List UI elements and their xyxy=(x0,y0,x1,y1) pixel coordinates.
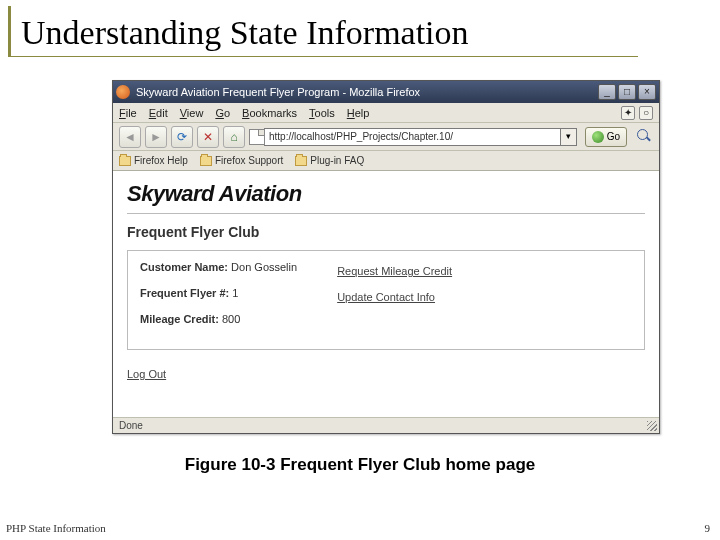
close-button[interactable]: × xyxy=(638,84,656,100)
throbber-icon: ○ xyxy=(639,106,653,120)
reload-button[interactable]: ⟳ xyxy=(171,126,193,148)
go-label: Go xyxy=(607,131,620,142)
titlebar: Skyward Aviation Frequent Flyer Program … xyxy=(113,81,659,103)
menu-go[interactable]: Go xyxy=(215,107,230,119)
stop-button[interactable]: ✕ xyxy=(197,126,219,148)
folder-icon xyxy=(295,156,307,166)
page-icon xyxy=(249,129,265,145)
figure-caption: Figure 10-3 Frequent Flyer Club home pag… xyxy=(0,455,720,475)
menu-view[interactable]: View xyxy=(180,107,204,119)
link-logout[interactable]: Log Out xyxy=(127,368,166,380)
action-links: Request Mileage Credit Update Contact In… xyxy=(337,261,452,339)
minimize-button[interactable]: _ xyxy=(598,84,616,100)
bookmark-firefox-help[interactable]: Firefox Help xyxy=(119,155,188,166)
menu-tools[interactable]: Tools xyxy=(309,107,335,119)
customer-info-box: Customer Name: Don Gosselin Frequent Fly… xyxy=(127,250,645,350)
maximize-button[interactable]: □ xyxy=(618,84,636,100)
value-ff-number: 1 xyxy=(232,287,238,299)
section-heading: Frequent Flyer Club xyxy=(127,224,645,240)
label-ff-number: Frequent Flyer #: xyxy=(140,287,229,299)
menu-help[interactable]: Help xyxy=(347,107,370,119)
back-button[interactable]: ◄ xyxy=(119,126,141,148)
resize-grip-icon[interactable] xyxy=(647,421,657,431)
page-number: 9 xyxy=(705,522,711,534)
menu-file[interactable]: FFileile xyxy=(119,107,137,119)
menu-edit[interactable]: Edit xyxy=(149,107,168,119)
site-title: Skyward Aviation xyxy=(127,181,645,207)
label-customer-name: Customer Name: xyxy=(140,261,228,273)
browser-window: Skyward Aviation Frequent Flyer Program … xyxy=(112,80,660,434)
footer-left: PHP State Information xyxy=(6,522,106,534)
value-mileage-credit: 800 xyxy=(222,313,240,325)
statusbar: Done xyxy=(113,417,659,433)
firefox-icon xyxy=(116,85,130,99)
page-content: Skyward Aviation Frequent Flyer Club Cus… xyxy=(113,171,659,417)
label-mileage-credit: Mileage Credit: xyxy=(140,313,219,325)
search-icon[interactable] xyxy=(637,129,653,145)
slide-title: Understanding State Information xyxy=(8,6,638,57)
home-button[interactable]: ⌂ xyxy=(223,126,245,148)
url-dropdown[interactable]: ▾ xyxy=(561,128,577,146)
extension-icon[interactable]: ✦ xyxy=(621,106,635,120)
menubar: FFileile Edit View Go Bookmarks Tools He… xyxy=(113,103,659,123)
go-button[interactable]: Go xyxy=(585,127,627,147)
folder-icon xyxy=(200,156,212,166)
nav-toolbar: ◄ ► ⟳ ✕ ⌂ http://localhost/PHP_Projects/… xyxy=(113,123,659,151)
link-request-mileage[interactable]: Request Mileage Credit xyxy=(337,265,452,277)
bookmark-firefox-support[interactable]: Firefox Support xyxy=(200,155,283,166)
customer-details: Customer Name: Don Gosselin Frequent Fly… xyxy=(140,261,297,339)
value-customer-name: Don Gosselin xyxy=(231,261,297,273)
bookmarks-toolbar: Firefox Help Firefox Support Plug-in FAQ xyxy=(113,151,659,171)
forward-button[interactable]: ► xyxy=(145,126,167,148)
bookmark-plugin-faq[interactable]: Plug-in FAQ xyxy=(295,155,364,166)
folder-icon xyxy=(119,156,131,166)
window-title: Skyward Aviation Frequent Flyer Program … xyxy=(134,86,598,98)
menu-bookmarks[interactable]: Bookmarks xyxy=(242,107,297,119)
divider xyxy=(127,213,645,214)
url-input[interactable]: http://localhost/PHP_Projects/Chapter.10… xyxy=(264,128,561,146)
go-icon xyxy=(592,131,604,143)
status-text: Done xyxy=(119,420,143,431)
link-update-contact[interactable]: Update Contact Info xyxy=(337,291,452,303)
